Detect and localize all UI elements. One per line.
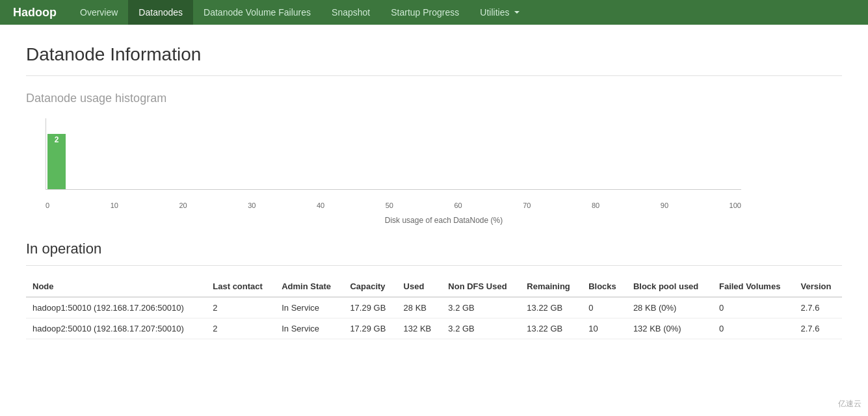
cell-node-2[interactable]: hadoop2:50010 (192.168.17.207:50010) (26, 318, 206, 339)
cell-version-2: 2.7.6 (794, 318, 842, 339)
nav-item-datanodes[interactable]: Datanodes (128, 0, 193, 25)
col-header-last-contact: Last contact (206, 276, 275, 297)
x-axis-labels: 0 10 20 30 40 50 60 70 80 90 100 (46, 202, 741, 209)
nav-item-overview[interactable]: Overview (70, 0, 128, 25)
nav-item-datanode-volume-failures[interactable]: Datanode Volume Failures (193, 0, 321, 25)
nav-link-datanode-volume-failures[interactable]: Datanode Volume Failures (193, 0, 321, 25)
navbar-brand[interactable]: Hadoop (0, 6, 70, 20)
col-header-admin-state: Admin State (275, 276, 343, 297)
cell-block-pool-used-2: 132 KB (0%) (627, 318, 713, 339)
x-label-0: 0 (46, 202, 49, 209)
nav-item-snapshot[interactable]: Snapshot (321, 0, 380, 25)
nav-link-datanodes[interactable]: Datanodes (128, 0, 193, 25)
cell-blocks-2: 10 (582, 318, 627, 339)
col-header-remaining: Remaining (520, 276, 582, 297)
cell-remaining-2: 13.22 GB (520, 318, 582, 339)
histogram-container: 2 0 10 20 30 40 50 60 70 80 90 100 (26, 118, 741, 209)
x-label-80: 80 (592, 202, 599, 209)
x-label-100: 100 (730, 202, 741, 209)
cell-non-dfs-used-2: 3.2 GB (441, 318, 520, 339)
table-row: hadoop2:50010 (192.168.17.207:50010) 2 I… (26, 318, 842, 339)
in-operation-divider (26, 265, 842, 266)
cell-failed-volumes-2: 0 (713, 318, 795, 339)
cell-node-1[interactable]: hadoop1:50010 (192.168.17.206:50010) (26, 297, 206, 318)
col-header-used: Used (397, 276, 442, 297)
cell-admin-state-1: In Service (275, 297, 343, 318)
main-content: Datanode Information Datanode usage hist… (0, 25, 868, 359)
table-body: hadoop1:50010 (192.168.17.206:50010) 2 I… (26, 297, 842, 339)
nav-item-utilities[interactable]: Utilities (469, 0, 530, 25)
col-header-version: Version (794, 276, 842, 297)
col-header-non-dfs-used: Non DFS Used (441, 276, 520, 297)
nav-items: Overview Datanodes Datanode Volume Failu… (70, 0, 530, 25)
x-label-10: 10 (111, 202, 118, 209)
x-label-30: 30 (248, 202, 256, 209)
histogram-title: Datanode usage histogram (26, 92, 842, 105)
table-header-row: Node Last contact Admin State Capacity U… (26, 276, 842, 297)
nav-link-overview[interactable]: Overview (70, 0, 128, 25)
cell-capacity-2: 17.29 GB (343, 318, 397, 339)
data-table: Node Last contact Admin State Capacity U… (26, 276, 842, 339)
cell-used-1: 28 KB (397, 297, 442, 318)
cell-admin-state-2: In Service (275, 318, 343, 339)
table-row: hadoop1:50010 (192.168.17.206:50010) 2 I… (26, 297, 842, 318)
in-operation-title: In operation (26, 240, 842, 257)
cell-version-1: 2.7.6 (794, 297, 842, 318)
nav-link-startup-progress[interactable]: Startup Progress (380, 0, 469, 25)
x-label-70: 70 (523, 202, 531, 209)
x-label-40: 40 (317, 202, 324, 209)
chart-area: 2 (46, 118, 741, 190)
page-title: Datanode Information (26, 44, 842, 65)
title-divider (26, 75, 842, 76)
cell-used-2: 132 KB (397, 318, 442, 339)
col-header-node: Node (26, 276, 206, 297)
histogram-bar: 2 (47, 134, 66, 189)
x-axis-title: Disk usage of each DataNode (%) (46, 216, 842, 225)
cell-capacity-1: 17.29 GB (343, 297, 397, 318)
x-label-20: 20 (179, 202, 187, 209)
cell-block-pool-used-1: 28 KB (0%) (627, 297, 713, 318)
col-header-failed-volumes: Failed Volumes (713, 276, 795, 297)
nav-item-startup-progress[interactable]: Startup Progress (380, 0, 469, 25)
cell-last-contact-1: 2 (206, 297, 275, 318)
cell-failed-volumes-1: 0 (713, 297, 795, 318)
cell-last-contact-2: 2 (206, 318, 275, 339)
table-header: Node Last contact Admin State Capacity U… (26, 276, 842, 297)
navbar: Hadoop Overview Datanodes Datanode Volum… (0, 0, 868, 25)
col-header-block-pool-used: Block pool used (627, 276, 713, 297)
cell-remaining-1: 13.22 GB (520, 297, 582, 318)
x-label-90: 90 (661, 202, 668, 209)
x-label-50: 50 (386, 202, 393, 209)
x-label-60: 60 (454, 202, 462, 209)
col-header-capacity: Capacity (343, 276, 397, 297)
cell-non-dfs-used-1: 3.2 GB (441, 297, 520, 318)
col-header-blocks: Blocks (582, 276, 627, 297)
dropdown-caret-icon (514, 11, 519, 14)
nav-link-utilities[interactable]: Utilities (469, 0, 530, 25)
cell-blocks-1: 0 (582, 297, 627, 318)
nav-link-snapshot[interactable]: Snapshot (321, 0, 380, 25)
